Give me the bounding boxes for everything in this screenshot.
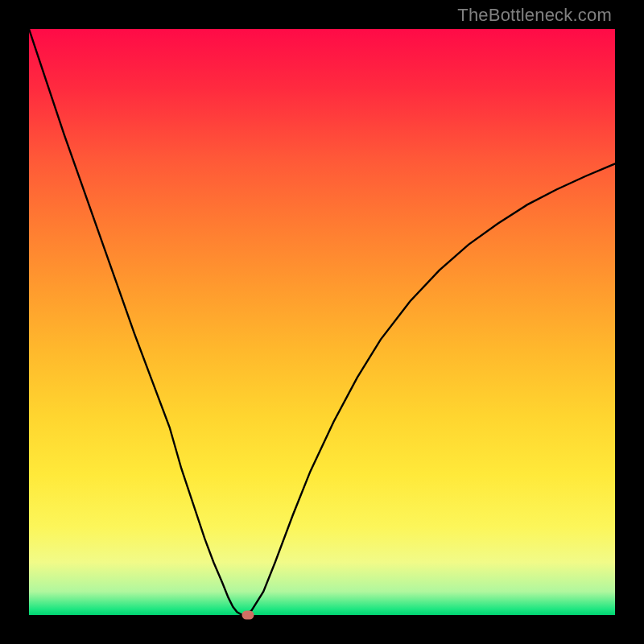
plot-area (29, 29, 615, 615)
curve-right-branch (246, 163, 615, 615)
optimum-marker (242, 611, 254, 620)
bottleneck-curve (29, 29, 615, 615)
curve-left-branch (29, 29, 246, 615)
watermark-text: TheBottleneck.com (457, 5, 612, 26)
